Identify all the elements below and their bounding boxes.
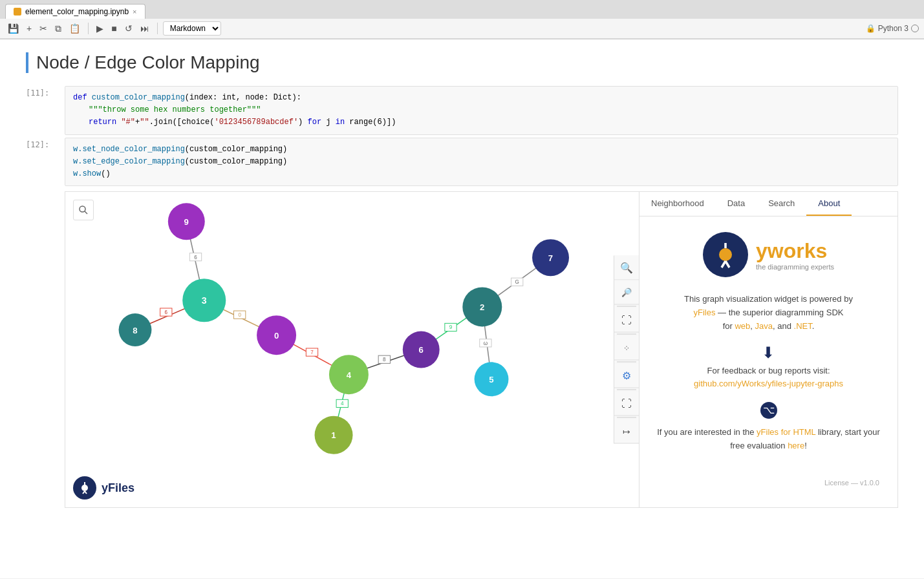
line2: w.set_edge_color_mapping bbox=[73, 157, 185, 166]
cell-12-number: [12]: bbox=[26, 138, 65, 187]
graph-search-btn[interactable] bbox=[73, 200, 94, 220]
save-btn[interactable]: 💾 bbox=[5, 22, 21, 35]
yfiles-watermark-text: yFiles bbox=[102, 481, 134, 495]
exclaim: ! bbox=[804, 441, 807, 450]
comma1: , bbox=[750, 321, 755, 331]
yworks-name: yworks bbox=[756, 239, 834, 263]
cell-12: [12]: w.set_node_color_mapping(custom_co… bbox=[26, 138, 898, 187]
tab-search[interactable]: Search bbox=[757, 192, 806, 216]
cell-type-select[interactable]: Markdown Code bbox=[163, 21, 221, 36]
export-btn[interactable]: ↦ bbox=[614, 419, 639, 444]
params: (index: int, node: Dict): bbox=[185, 93, 301, 102]
yfiles-logo-circle bbox=[73, 476, 96, 500]
cell-12-content[interactable]: w.set_node_color_mapping(custom_color_ma… bbox=[65, 138, 898, 187]
svg-line-56 bbox=[725, 261, 729, 268]
github-icon: ⌥ bbox=[760, 401, 778, 423]
svg-text:4: 4 bbox=[347, 370, 352, 380]
yfiles-watermark: yFiles bbox=[73, 476, 134, 500]
tab-filename: element_color_mapping.ipynb bbox=[25, 7, 129, 16]
svg-point-0 bbox=[80, 206, 85, 212]
html-link[interactable]: yFiles for HTML bbox=[757, 427, 815, 437]
fit-btn[interactable]: ⛶ bbox=[614, 308, 639, 333]
settings-btn[interactable]: ⚙ bbox=[614, 364, 639, 388]
return-line: return "#"+"".join([choice('0123456789ab… bbox=[89, 118, 396, 127]
add-cell-btn[interactable]: + bbox=[24, 22, 34, 35]
notebook-icon bbox=[14, 8, 21, 16]
layout-btn[interactable]: ⁘ bbox=[614, 336, 639, 361]
svg-text:6: 6 bbox=[194, 255, 197, 260]
stop-btn[interactable]: ■ bbox=[109, 22, 119, 35]
desc-text1: This graph visualization widget is power… bbox=[684, 294, 853, 304]
page-title: Node / Edge Color Mapping bbox=[26, 52, 898, 73]
zoom-in-btn[interactable]: 🔍 bbox=[614, 256, 639, 280]
fn-name: custom_color_mapping bbox=[92, 93, 185, 102]
active-tab[interactable]: element_color_mapping.ipynb × bbox=[5, 4, 145, 19]
svg-text:8: 8 bbox=[383, 357, 386, 363]
widget-area: 6 6 0 7 8 9 bbox=[65, 191, 898, 508]
yfiles-link[interactable]: yFiles bbox=[694, 308, 716, 317]
graph-toolbar: 🔍 🔎 ⛶ ⁘ ⚙ ⛶ ↦ bbox=[614, 256, 639, 444]
yworks-tagline: the diagramming experts bbox=[756, 263, 834, 271]
github-link[interactable]: github.com/yWorks/yfiles-jupyter-graphs bbox=[694, 379, 843, 388]
web-link[interactable]: web bbox=[735, 321, 750, 331]
notebook-content: Node / Edge Color Mapping [11]: def cust… bbox=[0, 39, 924, 578]
separator2 bbox=[157, 23, 158, 34]
graph-panel[interactable]: 6 6 0 7 8 9 bbox=[65, 192, 639, 507]
desc-text2: — the superior diagramming SDK bbox=[715, 308, 843, 317]
kernel-status-circle bbox=[911, 25, 919, 32]
cell-11-content[interactable]: def custom_color_mapping(index: int, nod… bbox=[65, 86, 898, 135]
svg-text:9: 9 bbox=[449, 325, 453, 331]
svg-text:0: 0 bbox=[238, 312, 241, 318]
line3: w.show bbox=[73, 169, 101, 178]
line3-call: () bbox=[101, 169, 110, 178]
html-text1: If you are interested in the bbox=[657, 427, 757, 437]
tab-about[interactable]: About bbox=[806, 192, 852, 216]
svg-text:⌥: ⌥ bbox=[763, 405, 775, 416]
paste-btn[interactable]: 📋 bbox=[67, 22, 83, 35]
copy-btn[interactable]: ⧉ bbox=[52, 22, 64, 36]
toolbar-sep4 bbox=[617, 390, 636, 390]
restart-btn[interactable]: ↺ bbox=[122, 22, 135, 35]
svg-text:8: 8 bbox=[133, 326, 137, 335]
desc-text3: for bbox=[723, 321, 735, 331]
kw-def: def bbox=[73, 93, 92, 102]
toolbar-sep3 bbox=[617, 362, 636, 363]
svg-text:ω: ω bbox=[484, 341, 488, 346]
zoom-out-btn[interactable]: 🔎 bbox=[614, 280, 639, 305]
line1-params: (custom_color_mapping) bbox=[185, 145, 287, 154]
browser-chrome: element_color_mapping.ipynb × 💾 + ✂ ⧉ 📋 … bbox=[0, 0, 924, 39]
toolbar-sep5 bbox=[617, 417, 636, 418]
yworks-logo: yworks the diagramming experts bbox=[703, 232, 834, 277]
here-link[interactable]: here bbox=[788, 441, 804, 450]
right-panel: Neighborhood Data Search About bbox=[639, 192, 897, 507]
tab-data[interactable]: Data bbox=[716, 192, 757, 216]
html-section: If you are interested in the yFiles for … bbox=[652, 426, 885, 453]
yworks-brand: yworks the diagramming experts bbox=[756, 239, 834, 271]
tab-close-btn[interactable]: × bbox=[133, 8, 136, 16]
tab-bar: element_color_mapping.ipynb × bbox=[0, 0, 924, 19]
fullscreen-btn[interactable]: ⛶ bbox=[614, 392, 639, 416]
svg-point-49 bbox=[81, 485, 88, 491]
toolbar-sep2 bbox=[617, 334, 636, 335]
tab-neighborhood[interactable]: Neighborhood bbox=[639, 192, 716, 216]
period: . bbox=[812, 321, 815, 331]
yworks-circle-icon bbox=[703, 232, 748, 277]
cut-btn[interactable]: ✂ bbox=[37, 22, 50, 35]
graph-svg: 6 6 0 7 8 9 bbox=[65, 192, 639, 507]
separator1 bbox=[88, 23, 89, 34]
toolbar-sep1 bbox=[617, 306, 636, 307]
svg-text:1: 1 bbox=[331, 430, 336, 440]
svg-line-1 bbox=[85, 211, 87, 214]
fast-forward-btn[interactable]: ⏭ bbox=[138, 22, 152, 35]
python-version-label: Python 3 bbox=[878, 24, 908, 33]
run-btn[interactable]: ▶ bbox=[94, 22, 106, 35]
svg-text:0: 0 bbox=[274, 331, 279, 341]
about-description: This graph visualization widget is power… bbox=[684, 293, 853, 333]
net-link[interactable]: .NET bbox=[794, 321, 812, 331]
svg-point-53 bbox=[719, 248, 732, 261]
java-link[interactable]: Java bbox=[755, 321, 773, 331]
svg-text:7: 7 bbox=[310, 350, 314, 355]
feedback-text: For feedback or bug reports visit: bbox=[707, 366, 830, 375]
svg-text:7: 7 bbox=[548, 253, 553, 263]
cell-11: [11]: def custom_color_mapping(index: in… bbox=[26, 86, 898, 135]
